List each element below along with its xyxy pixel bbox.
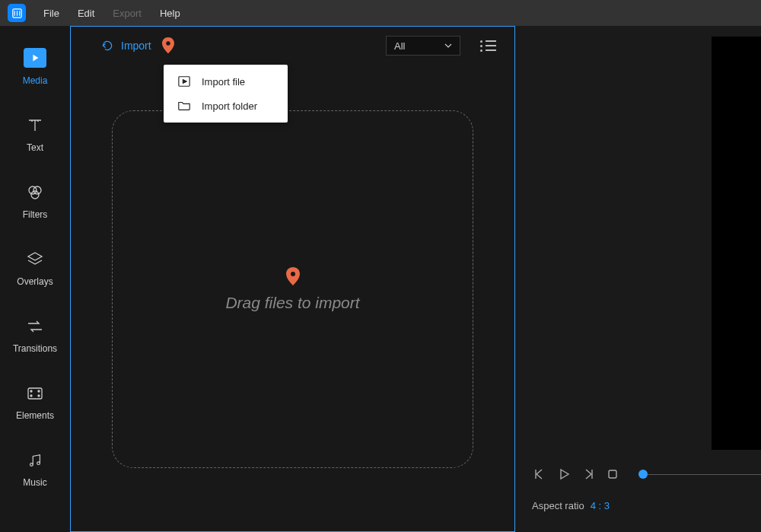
menu-edit[interactable]: Edit (69, 8, 103, 19)
sidebar-label-filters: Filters (23, 209, 48, 220)
sidebar-label-transitions: Transitions (13, 343, 57, 354)
sidebar-label-text: Text (27, 142, 43, 153)
import-icon (101, 40, 113, 52)
sidebar-label-music: Music (23, 477, 46, 488)
sidebar-tab-transitions[interactable]: Transitions (0, 317, 70, 354)
sidebar-tab-elements[interactable]: Elements (0, 384, 70, 421)
chevron-down-icon (444, 43, 452, 48)
filters-icon (26, 183, 44, 202)
import-folder-label: Import folder (202, 100, 257, 112)
scrubber[interactable] (638, 470, 761, 479)
import-dropdown: Import file Import folder (164, 65, 288, 123)
svg-rect-5 (28, 388, 42, 399)
app-logo (8, 4, 26, 22)
sidebar-label-media: Media (23, 75, 48, 86)
sidebar-tab-filters[interactable]: Filters (0, 183, 70, 220)
overlays-icon (26, 250, 44, 269)
svg-point-3 (33, 186, 41, 194)
frame-forward-button[interactable] (581, 467, 596, 482)
svg-point-10 (30, 464, 33, 467)
preview-controls (515, 450, 761, 482)
text-icon (26, 116, 44, 135)
frame-back-button[interactable] (532, 467, 547, 482)
import-file-label: Import file (202, 76, 245, 88)
sidebar-tab-overlays[interactable]: Overlays (0, 250, 70, 287)
svg-point-11 (37, 462, 40, 465)
svg-point-4 (31, 191, 39, 199)
filter-select[interactable]: All (386, 36, 460, 56)
sidebar-label-overlays: Overlays (17, 276, 53, 287)
aspect-ratio-value[interactable]: 4 : 3 (591, 500, 610, 511)
sidebar-tab-text[interactable]: Text (0, 116, 70, 153)
marker-pin-icon (162, 37, 174, 54)
transitions-icon (26, 317, 44, 336)
media-toolbar: Import All (71, 27, 514, 65)
svg-marker-14 (561, 470, 568, 479)
scrubber-handle[interactable] (638, 470, 648, 479)
svg-marker-1 (33, 55, 38, 62)
aspect-ratio-label: Aspect ratio (532, 500, 584, 511)
app-logo-icon (12, 8, 22, 18)
import-label: Import (121, 40, 151, 52)
sidebar-tab-music[interactable]: Music (0, 451, 70, 488)
preview-viewport (712, 37, 761, 450)
scrubber-track (648, 474, 761, 475)
svg-marker-13 (183, 79, 186, 83)
svg-point-9 (38, 395, 40, 397)
elements-icon (26, 384, 44, 403)
import-file-item[interactable]: Import file (164, 69, 288, 94)
menubar: File Edit Export Help (0, 0, 761, 26)
svg-rect-15 (609, 470, 616, 478)
menu-help[interactable]: Help (151, 8, 189, 19)
import-folder-item[interactable]: Import folder (164, 94, 288, 118)
preview-panel: Aspect ratio 4 : 3 (515, 26, 761, 532)
sidebar-label-elements: Elements (16, 410, 54, 421)
music-icon (26, 451, 44, 470)
dropzone-pin-icon (286, 266, 300, 286)
menu-file[interactable]: File (35, 8, 68, 19)
aspect-ratio-row: Aspect ratio 4 : 3 (515, 482, 761, 511)
svg-point-7 (38, 390, 40, 392)
import-button[interactable]: Import (101, 40, 151, 52)
play-button[interactable] (556, 467, 572, 482)
folder-icon (177, 100, 191, 112)
stop-button[interactable] (605, 467, 620, 482)
workspace: Media Text Filters Overlays Transitions (0, 26, 761, 532)
view-list-toggle[interactable] (480, 40, 496, 52)
svg-point-6 (30, 390, 32, 392)
dropzone-message: Drag files to import (225, 294, 359, 312)
svg-point-8 (30, 395, 32, 397)
svg-point-2 (29, 186, 37, 194)
file-icon (177, 75, 191, 88)
media-panel: Import All Import file (70, 26, 515, 532)
sidebar: Media Text Filters Overlays Transitions (0, 26, 70, 532)
dropzone[interactable]: Drag files to import (112, 110, 473, 468)
sidebar-tab-media[interactable]: Media (0, 48, 70, 86)
media-icon (24, 48, 46, 68)
filter-selected-text: All (394, 40, 405, 52)
menu-export: Export (104, 8, 150, 19)
